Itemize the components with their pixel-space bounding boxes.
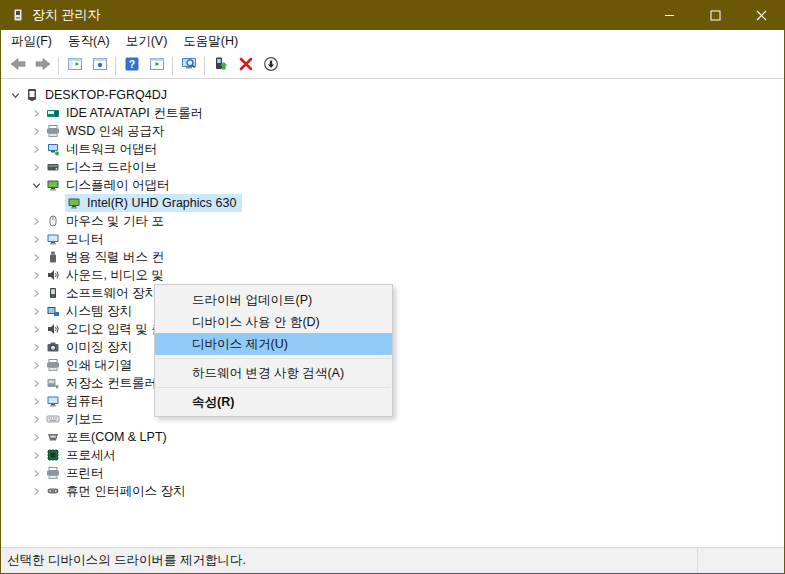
print-queue-icon <box>45 357 61 373</box>
minimize-button[interactable] <box>646 0 692 30</box>
close-button[interactable] <box>738 0 784 30</box>
tree-item[interactable]: DESKTOP-FGRQ4DJ <box>1 86 784 104</box>
toolbar-update-driver-button[interactable] <box>208 55 233 77</box>
tree-item[interactable]: 휴먼 인터페이스 장치 <box>1 482 784 500</box>
chevron-collapsed-icon[interactable] <box>28 429 44 445</box>
tree-item-core[interactable]: Intel(R) UHD Graphics 630 <box>65 194 242 212</box>
context-menu-item-update-driver[interactable]: 드라이버 업데이트(P) <box>155 289 392 311</box>
keyboard-icon <box>45 411 61 427</box>
properties-icon <box>92 56 108 75</box>
toolbar-show-hide-console-tree-button[interactable] <box>62 55 87 77</box>
chevron-collapsed-icon[interactable] <box>28 411 44 427</box>
tree-item-core[interactable]: 디스플레이 어댑터 <box>44 176 175 194</box>
toolbar-separator <box>172 57 173 75</box>
chevron-collapsed-icon[interactable] <box>28 213 44 229</box>
tree-item[interactable]: 포트(COM & LPT) <box>1 428 784 446</box>
chevron-collapsed-icon[interactable] <box>28 483 44 499</box>
tree-item-label: 프로세서 <box>64 446 118 465</box>
context-menu-separator <box>156 358 391 359</box>
tree-item-core[interactable]: 마우스 및 기타 포 <box>44 212 170 230</box>
toolbar-uninstall-device-button[interactable] <box>233 55 258 77</box>
tree-item-core[interactable]: 프로세서 <box>44 446 122 464</box>
help-icon: ? <box>124 56 140 75</box>
tree-item-core[interactable]: 포트(COM & LPT) <box>44 428 173 446</box>
tree-item[interactable]: 모니터 <box>1 230 784 248</box>
toolbar-disable-device-button[interactable] <box>258 55 283 77</box>
tree-item[interactable]: 마우스 및 기타 포 <box>1 212 784 230</box>
chevron-collapsed-icon[interactable] <box>28 141 44 157</box>
chevron-collapsed-icon[interactable] <box>28 123 44 139</box>
menubar-item-3[interactable]: 도움말(H) <box>175 30 246 53</box>
back-icon <box>10 56 26 75</box>
chevron-collapsed-icon[interactable] <box>28 159 44 175</box>
tree-item-core[interactable]: 오디오 입력 및 출 <box>44 320 170 338</box>
chevron-collapsed-icon[interactable] <box>28 231 44 247</box>
tree-item-core[interactable]: 인쇄 대기열 <box>44 356 138 374</box>
menubar-item-2[interactable]: 보기(V) <box>118 30 176 53</box>
toolbar-scan-hardware-changes-button[interactable] <box>176 55 201 77</box>
chevron-collapsed-icon[interactable] <box>28 303 44 319</box>
tree-item-core[interactable]: 저장소 컨트롤러 <box>44 374 163 392</box>
tree-item[interactable]: 네트워크 어댑터 <box>1 140 784 158</box>
tree-item[interactable]: 프로세서 <box>1 446 784 464</box>
chevron-collapsed-icon[interactable] <box>28 285 44 301</box>
tree-item-core[interactable]: 네트워크 어댑터 <box>44 140 163 158</box>
tree-item-core[interactable]: 프린터 <box>44 464 110 482</box>
chevron-collapsed-icon[interactable] <box>28 105 44 121</box>
tree-item-core[interactable]: DESKTOP-FGRQ4DJ <box>23 86 173 104</box>
tree-item[interactable]: 디스크 드라이브 <box>1 158 784 176</box>
tree-item-core[interactable]: 이미징 장치 <box>44 338 138 356</box>
tree-item[interactable]: WSD 인쇄 공급자 <box>1 122 784 140</box>
chevron-collapsed-icon[interactable] <box>28 321 44 337</box>
tree-item-label: 프린터 <box>64 464 106 483</box>
chevron-expanded-icon[interactable] <box>28 177 44 193</box>
tree-item-core[interactable]: 컴퓨터 <box>44 392 110 410</box>
tree-item-core[interactable]: 디스크 드라이브 <box>44 158 163 176</box>
system-device-icon <box>45 303 61 319</box>
ide-controller-icon <box>45 105 61 121</box>
tree-item-core[interactable]: 휴먼 인터페이스 장치 <box>44 482 191 500</box>
maximize-button[interactable] <box>692 0 738 30</box>
update-driver-icon <box>213 56 229 75</box>
tree-item-core[interactable]: WSD 인쇄 공급자 <box>44 122 171 140</box>
chevron-collapsed-icon[interactable] <box>28 393 44 409</box>
toolbar-help-button[interactable]: ? <box>119 55 144 77</box>
tree-item-label: 포트(COM & LPT) <box>64 428 169 447</box>
tree-item-label: 시스템 장치 <box>64 302 134 321</box>
tree-item-core[interactable]: 키보드 <box>44 410 110 428</box>
tree-item[interactable]: IDE ATA/ATAPI 컨트롤러 <box>1 104 784 122</box>
menubar-item-1[interactable]: 동작(A) <box>60 30 118 53</box>
chevron-collapsed-icon[interactable] <box>28 249 44 265</box>
chevron-collapsed-icon[interactable] <box>28 447 44 463</box>
tree-item-core[interactable]: IDE ATA/ATAPI 컨트롤러 <box>44 104 209 122</box>
chevron-collapsed-icon[interactable] <box>28 267 44 283</box>
context-menu-item-disable-device[interactable]: 디바이스 사용 안 함(D) <box>155 311 392 333</box>
chevron-collapsed-icon[interactable] <box>28 357 44 373</box>
context-menu-item-properties[interactable]: 속성(R) <box>155 391 392 413</box>
chevron-expanded-icon[interactable] <box>7 87 23 103</box>
maximize-icon <box>710 10 721 21</box>
uninstall-device-icon <box>238 56 254 75</box>
hid-icon <box>45 483 61 499</box>
toolbar-show-hide-action-pane-button[interactable] <box>144 55 169 77</box>
toolbar-properties-button[interactable] <box>87 55 112 77</box>
tree-item-core[interactable]: 시스템 장치 <box>44 302 138 320</box>
tree-item[interactable]: 범용 직렬 버스 컨 <box>1 248 784 266</box>
context-menu-item-uninstall-device[interactable]: 디바이스 제거(U) <box>155 333 392 355</box>
tree-item-core[interactable]: 사운드, 비디오 및 <box>44 266 170 284</box>
tree-item-core[interactable]: 소프트웨어 장치 <box>44 284 163 302</box>
chevron-collapsed-icon[interactable] <box>28 375 44 391</box>
menubar-item-0[interactable]: 파일(F) <box>3 30 60 53</box>
chevron-collapsed-icon[interactable] <box>28 339 44 355</box>
tree-item[interactable]: 사운드, 비디오 및 <box>1 266 784 284</box>
tree-item[interactable]: 프린터 <box>1 464 784 482</box>
tree-item-core[interactable]: 범용 직렬 버스 컨 <box>44 248 170 266</box>
toolbar-forward-button[interactable] <box>30 55 55 77</box>
tree-item[interactable]: 디스플레이 어댑터 <box>1 176 784 194</box>
context-menu-item-scan-hardware-changes[interactable]: 하드웨어 변경 사항 검색(A) <box>155 362 392 384</box>
toolbar-back-button[interactable] <box>5 55 30 77</box>
tree-item-label: 저장소 컨트롤러 <box>64 374 159 393</box>
tree-item-core[interactable]: 모니터 <box>44 230 110 248</box>
chevron-collapsed-icon[interactable] <box>28 465 44 481</box>
tree-item[interactable]: Intel(R) UHD Graphics 630 <box>1 194 784 212</box>
